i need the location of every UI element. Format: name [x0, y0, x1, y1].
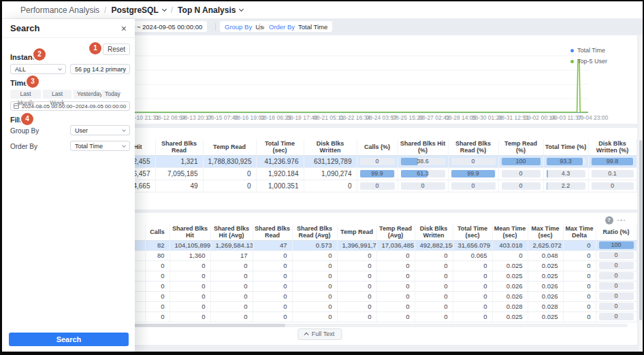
table-cell: 31,656.079	[453, 240, 492, 250]
table-cell: 0	[292, 260, 337, 271]
legend-item-total-time[interactable]: Total Time	[570, 47, 607, 54]
table-cell: 0	[253, 281, 292, 291]
column-header[interactable]: Temp Read	[203, 139, 256, 155]
quick-range-yesterday[interactable]: Yesterday	[74, 90, 99, 99]
table-cell: 0	[170, 291, 210, 301]
table-cell: 0	[145, 281, 170, 291]
breadcrumb-item-top-n-analysis[interactable]: Top N Analysis	[178, 5, 236, 15]
table-cell: 0.026	[528, 281, 563, 291]
column-header[interactable]: Disk Blks Written	[415, 224, 453, 240]
toolbar-order-by-pill[interactable]: Order By Total Time	[264, 21, 332, 32]
table-cell: 0	[253, 311, 292, 322]
percent-bar: 0	[401, 182, 445, 190]
breadcrumb-item-performance-analysis[interactable]: Performance Analysis	[20, 5, 99, 15]
table-row[interactable]: 0000000000.0250.02500	[110, 311, 637, 322]
header-row: Shared Blks HitShared Blks ReadTemp Read…	[84, 139, 637, 155]
quick-range-last-week[interactable]: Last Week	[43, 90, 71, 99]
legend-item-top5-user[interactable]: Top-5 User	[570, 58, 607, 65]
table-row[interactable]: 133,302,4551,3211,788,830,92541,236.9766…	[84, 155, 637, 167]
column-header[interactable]: Shared Blks Read (%)	[448, 139, 498, 155]
full-text-button[interactable]: Full Text	[297, 328, 342, 340]
table-row[interactable]: 0000000000.0260.02600	[110, 291, 637, 301]
breadcrumb-item-postgresql[interactable]: PostgreSQL	[111, 5, 158, 15]
table-row[interactable]: 4,6654901,000.351000002.20	[84, 180, 637, 192]
help-icon[interactable]: ?	[605, 216, 613, 224]
table-cell: 0	[292, 250, 337, 260]
table-cell: 0	[415, 250, 453, 260]
column-header[interactable]: Ratio (%)	[596, 224, 637, 240]
table-cell: 631,129,789	[304, 155, 357, 167]
quick-range-last-month[interactable]: Last Month	[10, 90, 41, 99]
column-header[interactable]: Shared Blks Read	[253, 224, 292, 240]
percent-bar: 99.9	[360, 170, 395, 178]
column-header[interactable]: Total Time (sec)	[453, 224, 492, 240]
table-cell: 99.9	[448, 167, 498, 180]
table-cell: 0	[145, 291, 170, 301]
percent-bar: 61.3	[401, 170, 445, 178]
group-by-select[interactable]: User	[70, 125, 130, 135]
table-row[interactable]: 82104,105,8991,269,584.134470.5731,396,9…	[110, 240, 637, 250]
column-header[interactable]: Temp Read	[337, 224, 376, 240]
percent-bar: 0	[360, 182, 395, 190]
table-cell: 0.028	[492, 301, 528, 311]
column-header[interactable]: Total Time (sec)	[256, 139, 304, 155]
column-header[interactable]: Calls	[145, 224, 170, 240]
legend-dot	[570, 60, 574, 63]
legend-label: Total Time	[577, 47, 605, 54]
column-header[interactable]: Temp Read (Avg)	[376, 224, 415, 240]
vertical-scrollbar[interactable]	[639, 35, 643, 352]
instance-select-node[interactable]: 56 pg 14.2 primary	[70, 64, 130, 74]
table-cell: 0	[563, 301, 596, 311]
column-header[interactable]: Shared Blks Read	[155, 139, 203, 155]
column-header[interactable]: Disk Blks Written	[304, 139, 357, 155]
column-header[interactable]: Shared Blks Hit (Avg)	[210, 224, 253, 240]
more-icon[interactable]	[617, 220, 626, 222]
table-row[interactable]: 0000000000.0250.02500	[110, 271, 637, 281]
table-cell: 47	[253, 240, 292, 250]
table-cell: 0	[337, 271, 376, 281]
reset-button[interactable]: Reset	[103, 44, 130, 55]
table-cell: 2.2	[543, 180, 588, 192]
table-tools: ?	[605, 216, 626, 224]
column-header[interactable]: Shared Blks Hit (%)	[398, 139, 448, 155]
column-header[interactable]: Disk Blks Written (%)	[588, 139, 637, 155]
legend-label: Top-5 User	[577, 58, 607, 65]
table-cell: 99.9	[357, 167, 398, 180]
table-cell: 0	[253, 271, 292, 281]
close-icon[interactable]: ×	[121, 24, 127, 33]
column-header[interactable]: Shared Blks Hit	[170, 224, 210, 240]
column-header[interactable]: Calls (%)	[357, 139, 398, 155]
table-cell: 0	[253, 250, 292, 260]
table-row[interactable]: 211,786,4577,095,18501,920.1841,090,2749…	[84, 167, 637, 180]
column-header[interactable]: Temp Read (%)	[498, 139, 543, 155]
table-cell: 0	[337, 260, 376, 271]
column-header[interactable]: Max Time Delta	[563, 224, 596, 240]
table-cell: 99.8	[588, 155, 637, 167]
percent-bar: 0	[599, 282, 634, 290]
table-cell: 0	[596, 260, 637, 271]
time-range-input[interactable]: 2024-08-05 00:00:00~2024-09-05 00:00:00	[10, 101, 130, 111]
column-header[interactable]: Total Time (%)	[543, 139, 588, 155]
table-row[interactable]: 0000000000.0250.02500	[110, 260, 637, 271]
table-row[interactable]: 0000000000.0260.02600	[110, 281, 637, 291]
instance-select-all[interactable]: ALL	[10, 64, 66, 74]
percent-bar: 0	[599, 252, 634, 259]
search-button[interactable]: Search	[9, 333, 129, 346]
chevron-down-icon[interactable]	[239, 7, 244, 12]
table-cell: 0	[415, 281, 453, 291]
table-row[interactable]: 801,36017000000.06500.04800	[110, 250, 637, 260]
order-by-select[interactable]: Total Time	[70, 141, 130, 151]
column-header[interactable]: Max Time (sec)	[528, 224, 563, 240]
column-header[interactable]: Shared Blks Read (Avg)	[292, 224, 337, 240]
table-cell: 0	[337, 311, 376, 322]
column-header[interactable]: Mean Time (sec)	[492, 224, 528, 240]
chevron-down-icon[interactable]	[162, 7, 167, 12]
chevron-up-icon	[304, 332, 308, 337]
scrollbar-thumb[interactable]	[639, 140, 642, 320]
chevron-down-icon	[122, 128, 126, 132]
table-row[interactable]: 0000000000.0280.02800	[110, 301, 637, 311]
order-by-label: Order By	[269, 23, 295, 31]
quick-range-today[interactable]: Today	[101, 90, 120, 99]
calendar-icon	[14, 103, 19, 109]
table-cell: 0	[210, 271, 253, 281]
